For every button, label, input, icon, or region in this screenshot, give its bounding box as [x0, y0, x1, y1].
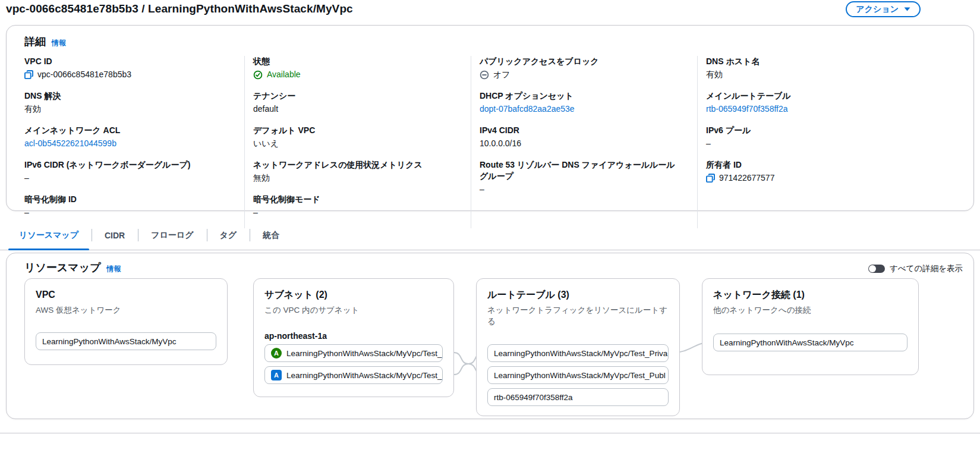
- bottom-divider: [0, 433, 980, 433]
- subnet-resource-item[interactable]: A LearningPythonWithAwsStack/MyVpc/Test_…: [264, 366, 443, 384]
- route-tables-column-title: ルートテーブル (3): [487, 288, 669, 301]
- field-main-route-table: メインルートテーブル rtb-065949f70f358ff2a: [706, 90, 947, 115]
- tab-cidr[interactable]: CIDR: [92, 221, 138, 250]
- owner-id-value: 971422677577: [719, 172, 774, 184]
- field-encryption-control-id: 暗号化制御 ID –: [24, 194, 230, 218]
- state-value: Available: [267, 69, 301, 80]
- resource-map-route-tables-column: ルートテーブル (3) ネットワークトラフィックをリソースにルートする Lear…: [476, 278, 680, 416]
- vpc-resource-item[interactable]: LearningPythonWithAwsStack/MyVpc: [36, 332, 216, 350]
- field-dns-hostnames: DNS ホスト名 有効: [706, 56, 947, 80]
- vpc-detail-page: vpc-0066c85481e78b5b3 / LearningPythonWi…: [0, 0, 980, 456]
- subnet-az-badge-blue: A: [271, 370, 282, 380]
- details-info-link[interactable]: 情報: [52, 38, 66, 48]
- main-route-table-link[interactable]: rtb-065949f70f358ff2a: [706, 103, 788, 115]
- vpc-column-subtitle: AWS 仮想ネットワーク: [36, 304, 216, 316]
- vpc-id-value: vpc-0066c85481e78b5b3: [37, 69, 131, 80]
- check-circle-icon: [253, 70, 263, 80]
- field-ipv6-pool: IPv6 プール –: [706, 125, 947, 149]
- field-default-vpc: デフォルト VPC いいえ: [253, 125, 456, 149]
- copy-icon[interactable]: [24, 70, 33, 79]
- page-title: vpc-0066c85481e78b5b3 / LearningPythonWi…: [6, 2, 353, 15]
- tab-tags[interactable]: タグ: [207, 221, 250, 250]
- connections-column-title: ネットワーク接続 (1): [713, 288, 907, 301]
- copy-icon[interactable]: [706, 174, 715, 183]
- network-connection-resource-item[interactable]: LearningPythonWithAwsStack/MyVpc: [713, 334, 907, 351]
- details-panel: 詳細 情報 VPC ID vpc-0066c85481e78b5b3 DNS 解…: [6, 25, 974, 211]
- resource-map-panel: リソースマップ 情報 すべての詳細を表示 VPC AWS 仮想ネットワーク Le…: [6, 253, 974, 419]
- route-tables-column-subtitle: ネットワークトラフィックをリソースにルートする: [487, 304, 669, 327]
- details-column-1: VPC ID vpc-0066c85481e78b5b3 DNS 解決 有効 メ…: [24, 56, 244, 228]
- chevron-down-icon: [904, 7, 910, 11]
- field-tenancy: テナンシー default: [253, 90, 456, 115]
- route-table-resource-item[interactable]: LearningPythonWithAwsStack/MyVpc/Test_Pr…: [487, 344, 669, 362]
- details-title: 詳細: [24, 34, 46, 49]
- field-encryption-control-mode: 暗号化制御モード –: [253, 194, 456, 218]
- tab-resource-map[interactable]: リソースマップ: [6, 221, 92, 250]
- field-route53-firewall-rule-group: Route 53 リゾルバー DNS ファイアウォールルールグループ –: [480, 159, 683, 195]
- vpc-column-title: VPC: [36, 288, 216, 301]
- resource-map-connections-column: ネットワーク接続 (1) 他のネットワークへの接続 LearningPython…: [702, 278, 919, 375]
- resource-map-vpc-column: VPC AWS 仮想ネットワーク LearningPythonWithAwsSt…: [24, 278, 228, 365]
- field-block-public-access: パブリックアクセスをブロック オフ: [480, 56, 683, 80]
- availability-zone-label: ap-northeast-1a: [264, 331, 327, 341]
- details-column-2: 状態 Available テナンシー default デフォルト VPC いいえ: [244, 56, 471, 228]
- subnet-az-badge-green: A: [271, 348, 282, 358]
- field-dhcp-options-set: DHCP オプションセット dopt-07bafcd82aa2ae53e: [480, 90, 683, 115]
- actions-button-label: アクション: [856, 4, 899, 15]
- minus-circle-icon: [480, 70, 489, 80]
- dhcp-options-link[interactable]: dopt-07bafcd82aa2ae53e: [480, 103, 575, 115]
- field-vpc-id: VPC ID vpc-0066c85481e78b5b3: [24, 56, 230, 80]
- subnets-column-title: サブネット (2): [264, 288, 443, 301]
- subnet-resource-item[interactable]: A LearningPythonWithAwsStack/MyVpc/Test_…: [264, 344, 443, 362]
- details-column-4: DNS ホスト名 有効 メインルートテーブル rtb-065949f70f358…: [697, 56, 962, 228]
- route-table-resource-item[interactable]: rtb-065949f70f358ff2a: [487, 388, 669, 406]
- route-table-resource-item[interactable]: LearningPythonWithAwsStack/MyVpc/Test_Pu…: [487, 366, 669, 384]
- block-public-access-value: オフ: [493, 69, 511, 80]
- field-network-usage-metrics: ネットワークアドレスの使用状況メトリクス 無効: [253, 159, 456, 184]
- tab-flow-logs[interactable]: フローログ: [138, 221, 206, 250]
- tab-bar: リソースマップ CIDR フローログ タグ 統合: [0, 221, 980, 250]
- field-ipv6-cidr-nbg: IPv6 CIDR (ネットワークボーダーグループ) –: [24, 159, 230, 184]
- connections-column-subtitle: 他のネットワークへの接続: [713, 304, 907, 316]
- network-acl-link[interactable]: acl-0b54522621044599b: [24, 138, 116, 149]
- field-dns-resolution: DNS 解決 有効: [24, 90, 230, 115]
- field-ipv4-cidr: IPv4 CIDR 10.0.0.0/16: [480, 125, 683, 149]
- field-main-network-acl: メインネットワーク ACL acl-0b54522621044599b: [24, 125, 230, 149]
- tab-integrations[interactable]: 統合: [250, 221, 292, 250]
- details-grid: VPC ID vpc-0066c85481e78b5b3 DNS 解決 有効 メ…: [7, 55, 973, 228]
- details-column-3: パブリックアクセスをブロック オフ DHCP オプションセット dopt-07b…: [471, 56, 697, 228]
- field-owner-id: 所有者 ID 971422677577: [706, 159, 947, 184]
- subnets-column-subtitle: この VPC 内のサブネット: [264, 304, 443, 316]
- resource-map-subnets-column: サブネット (2) この VPC 内のサブネット ap-northeast-1a…: [253, 278, 454, 397]
- field-state: 状態 Available: [253, 56, 456, 80]
- actions-button[interactable]: アクション: [846, 1, 921, 17]
